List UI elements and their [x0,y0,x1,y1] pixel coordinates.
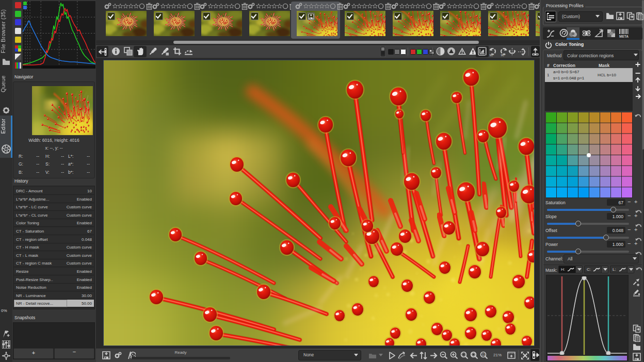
svg-text:META: META [619,35,629,38]
svg-text:90°: 90° [501,54,506,57]
svg-text:90°: 90° [490,54,495,57]
svg-text:11: 11 [481,353,485,356]
